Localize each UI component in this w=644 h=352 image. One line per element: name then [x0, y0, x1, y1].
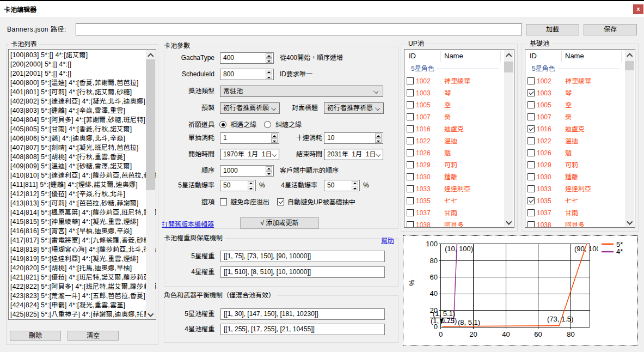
- svg-text:%: %: [408, 280, 416, 286]
- svg-text:100: 100: [426, 240, 438, 248]
- svg-text:60: 60: [430, 273, 438, 281]
- svg-text:(8, 5.1): (8, 5.1): [458, 318, 480, 326]
- svg-text:(10, 100): (10, 100): [445, 245, 473, 253]
- svg-text:60: 60: [534, 330, 542, 338]
- svg-text:40: 40: [502, 330, 510, 338]
- svg-text:(73, 1.5): (73, 1.5): [547, 315, 573, 323]
- svg-text:80: 80: [430, 257, 438, 265]
- svg-text:40: 40: [430, 289, 438, 298]
- svg-text:80: 80: [567, 330, 574, 338]
- svg-text:0: 0: [439, 330, 443, 338]
- svg-text:4*: 4*: [616, 247, 623, 256]
- svg-text:20: 20: [469, 330, 477, 338]
